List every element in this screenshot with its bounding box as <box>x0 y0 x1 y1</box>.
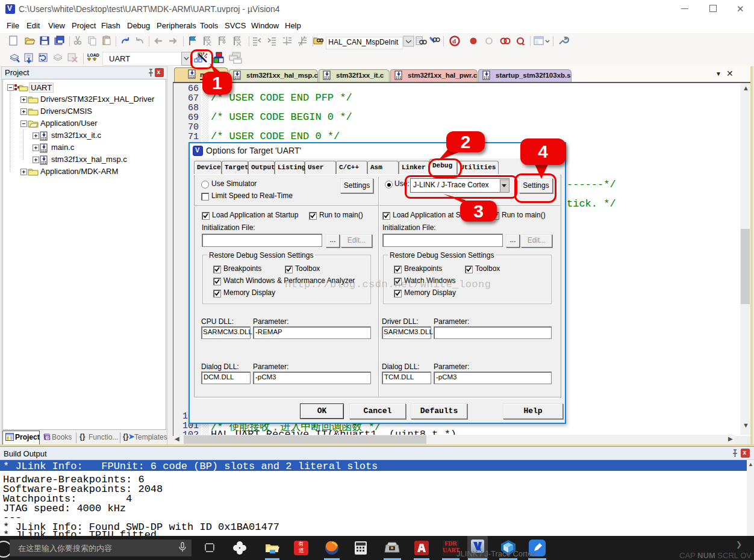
svg-text:LOAD: LOAD <box>87 53 99 57</box>
svg-text:d: d <box>452 37 456 45</box>
svg-text:?: ? <box>46 435 49 441</box>
